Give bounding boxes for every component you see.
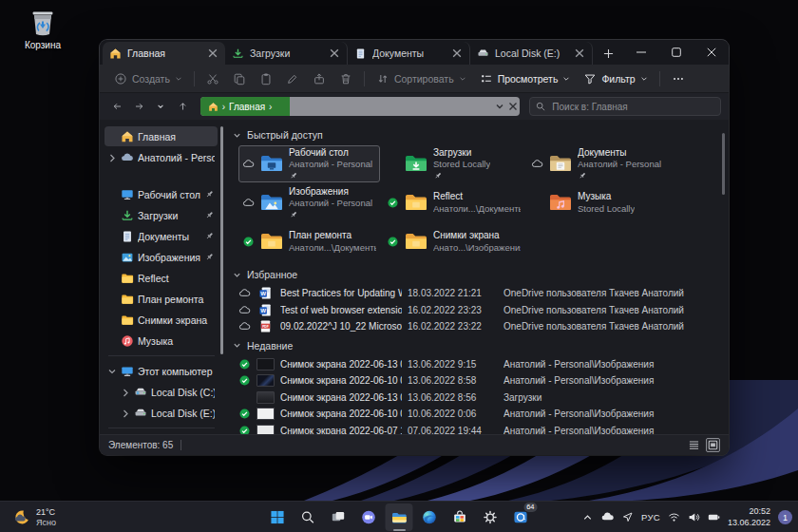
sidebar-item-local-disk-e-[interactable]: Local Disk (E:) [104,433,218,434]
file-row[interactable]: Снимок экрана 2022-06-10 010332 13.06.20… [238,372,715,390]
cloud-status-icon [531,158,543,170]
tb-search-icon [300,507,316,527]
pdf-icon: PDF [256,319,275,333]
weather-widget[interactable]: 21°C Ясно [8,504,60,530]
file-row[interactable]: W Test of web browser extensions for pro… [238,302,715,319]
sidebar-item-музыка[interactable]: Музыка [104,331,218,351]
tab-главная[interactable]: Главная [103,42,225,65]
search-input[interactable] [550,101,714,113]
create-button[interactable]: Создать [107,67,189,90]
quick-access-tile[interactable]: План ремонта Анатоли...\Документы [238,223,380,260]
back-button[interactable] [107,96,127,117]
quick-access-tile[interactable]: Музыка Stored Locally [527,184,669,221]
tab-close-icon[interactable] [207,48,218,59]
quick-access-tile[interactable]: Документы Анатолий - Personal [527,145,669,182]
location-in-use-icon[interactable] [621,511,634,523]
chevron-down-icon [640,75,648,83]
weather-condition: Ясно [36,518,56,528]
sort-button[interactable]: Сортировать [370,67,473,90]
store-button[interactable] [446,504,474,531]
battery-icon[interactable] [708,511,720,523]
music-folder-icon [546,190,575,216]
section-header[interactable]: Недавние [233,340,715,352]
mail-button[interactable]: 64 [507,504,535,531]
tile-location: Анатолий - Personal [289,159,372,170]
paste-button[interactable] [253,67,279,90]
section-header[interactable]: Избранное [233,269,715,280]
tab-close-icon[interactable] [329,48,340,59]
file-row[interactable]: PDF 09.02.2022^J 10_22 Microsoft Lens 16… [238,318,715,335]
quick-access-tile[interactable]: Reflect Анатоли...\Документы [383,184,524,221]
address-bar[interactable]: › Главная › [200,97,521,116]
file-row[interactable]: Снимок экрана 2022-06-13 091526 13.06.20… [238,356,715,373]
sidebar-item-документы[interactable]: Документы [104,226,218,246]
notification-count-badge[interactable]: 1 [778,510,792,524]
volume-icon[interactable] [688,511,700,523]
new-tab-button[interactable] [598,43,618,64]
share-button[interactable] [306,67,332,90]
tab-close-icon[interactable] [574,48,585,59]
file-row[interactable]: Снимок экрана 2022-06-07 194425 07.06.20… [238,423,715,435]
rename-button[interactable] [279,67,306,90]
section-header[interactable]: Быстрый доступ [233,129,715,141]
minimize-button[interactable] [623,40,658,65]
computer-icon [121,365,134,378]
quick-access-tile[interactable]: Изображения Анатолий - Personal [238,184,380,221]
quick-access-tile[interactable]: Снимки экрана Анато...\Изображения [383,223,524,260]
sidebar-item-изображения[interactable]: Изображения [104,247,218,267]
forward-button[interactable] [129,96,149,117]
file-date: 13.06.2022 8:58 [408,375,498,386]
sidebar-item-загрузки[interactable]: Загрузки [104,205,218,225]
explorer-button[interactable] [386,504,413,531]
breadcrumb-item[interactable]: Главная [229,102,265,112]
details-view-button[interactable] [687,438,701,452]
sidebar-item-reflect[interactable]: Reflect [104,268,218,288]
sidebar-item-план-ремонта[interactable]: План ремонта [104,289,218,309]
onedrive-tray-icon[interactable] [601,511,614,523]
tab-документы[interactable]: Документы [348,42,470,65]
file-row[interactable]: W Best Practices for Updating Windows 10… [238,285,715,302]
sidebar-item-рабочий-стол[interactable]: Рабочий стол [104,184,218,204]
sidebar-item-local-disk-c-[interactable]: Local Disk (C:) [118,382,218,402]
sidebar-item-главная[interactable]: Главная [104,126,218,146]
edge-button[interactable] [416,504,444,531]
file-row[interactable]: Снимок экрана 2022-06-13 085559 13.06.20… [238,390,715,407]
address-dropdown-icon[interactable] [495,102,504,111]
close-button[interactable] [694,40,729,65]
search-button[interactable] [294,504,322,531]
tab-local-disk-e-[interactable]: Local Disk (E:) [470,42,593,65]
maximize-button[interactable] [658,40,694,65]
content-scrollbar[interactable] [722,133,725,195]
filter-button[interactable]: Фильтр [577,67,654,90]
language-indicator[interactable]: РУС [641,512,660,522]
recent-locations-button[interactable] [151,96,171,117]
check-status-icon [238,374,251,387]
sidebar-item-local-disk-e-[interactable]: Local Disk (E:) [118,403,218,423]
thumb-dark3-icon [256,390,275,405]
sidebar-item-анатолий-personal[interactable]: Анатолий - Personal [104,147,218,167]
file-row[interactable]: Снимок экрана 2022-06-10 000605 10.06.20… [238,406,715,423]
recycle-bin[interactable]: Корзина [15,8,70,50]
tray-overflow-icon[interactable] [581,511,594,523]
tab-загрузки[interactable]: Загрузки [225,42,348,65]
wifi-icon[interactable] [668,511,680,523]
sidebar-item-снимки-экрана[interactable]: Снимки экрана [104,310,218,330]
up-button[interactable] [173,96,193,117]
large-icons-view-button[interactable] [706,438,720,452]
stop-loading-icon[interactable] [508,102,518,111]
start-button[interactable] [264,504,292,531]
sidebar-item-этот-компьютер[interactable]: Этот компьютер [104,361,218,381]
copy-button[interactable] [226,67,253,90]
quick-access-tile[interactable]: Рабочий стол Анатолий - Personal [238,145,380,182]
tab-close-icon[interactable] [451,48,463,59]
clock[interactable]: 20:52 13.06.2022 [728,506,770,528]
view-button[interactable]: Просмотреть [473,67,578,90]
chat-button[interactable] [355,504,383,531]
quick-access-tile[interactable]: Загрузки Stored Locally [383,145,524,182]
taskview-button[interactable] [325,504,352,531]
cut-button[interactable] [200,67,226,90]
more-options-button[interactable] [665,67,692,90]
settings-button[interactable] [477,504,504,531]
delete-button[interactable] [332,67,359,90]
file-date: 07.06.2022 19:44 [408,426,498,434]
